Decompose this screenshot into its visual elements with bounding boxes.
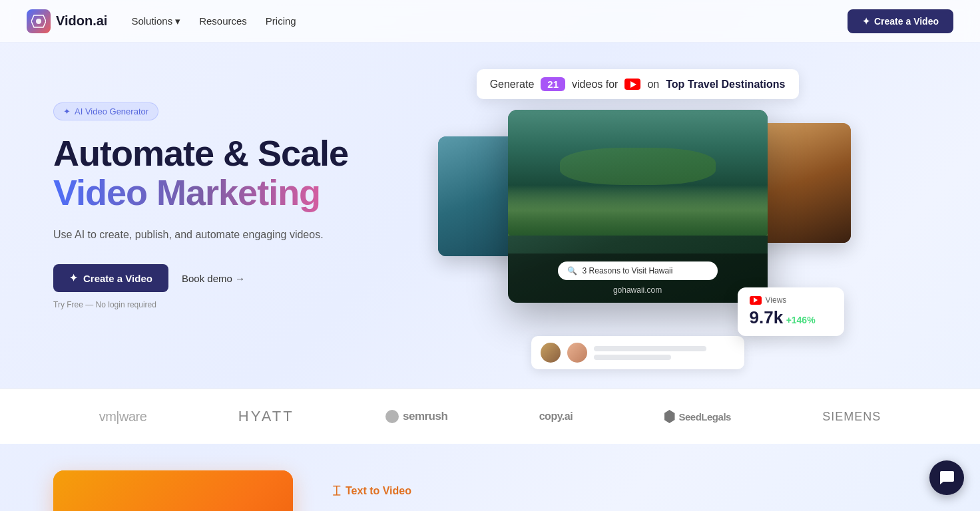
video-mockup-container: 🔍 3 Reasons to Visit Hawaii gohawaii.com [438,110,838,349]
main-video-card: 🔍 3 Reasons to Visit Hawaii gohawaii.com [508,110,768,303]
views-label: Views [766,295,787,305]
gen-topic: Top Travel Destinations [666,79,785,90]
logo-hyatt: HYATT [238,408,294,425]
semrush-text: semrush [403,410,447,423]
comments-bar [531,336,744,369]
gen-prefix: Generate [490,79,535,90]
logo-vmware: vm|ware [99,409,147,425]
logo-text: Vidon.ai [56,13,107,29]
text-to-video-label: Text to Video [346,485,411,497]
text-to-video-icon: ⌶ [333,484,340,498]
hero-right: Generate 21 videos for on Top Travel Des… [348,69,927,349]
youtube-icon [624,79,640,90]
gen-platform: on [647,79,659,90]
search-text: 3 Reasons to Visit Hawaii [583,266,673,275]
hero-title-line2: Video Marketing [53,173,348,212]
vmware-text: vm|ware [99,409,147,425]
video-search-bar: 🔍 3 Reasons to Visit Hawaii [558,261,718,280]
logo-copyai: copy.ai [539,411,573,423]
copyai-text: copy.ai [539,411,573,423]
hero-section: ✦ AI Video Generator Automate & Scale Vi… [0,43,980,389]
gen-number: 21 [541,77,565,91]
hyatt-text: HYATT [238,408,294,425]
logo-semrush: semrush [385,410,447,423]
views-youtube-icon [750,296,762,305]
hero-demo-button[interactable]: Book demo → [182,273,245,284]
views-count-row: 9.7k +146% [750,307,832,328]
bottom-left [53,470,293,511]
logo-siemens: SIEMENS [822,410,881,424]
nav-links: Solutions ▾ Resources Pricing [131,15,296,27]
video-url: gohawaii.com [519,285,757,295]
comment-line-2 [594,355,672,360]
avatar-1 [541,343,561,363]
nav-solutions[interactable]: Solutions ▾ [131,15,180,27]
views-growth: +146% [786,315,816,325]
nav-pricing[interactable]: Pricing [266,15,296,27]
hero-subtitle: Use AI to create, publish, and automate … [53,226,348,244]
hero-actions: ✦ Create a Video Book demo → [53,264,348,292]
seedlegals-icon [664,410,675,423]
views-badge: Views 9.7k +146% [738,287,844,336]
sparkle-icon: ✦ [862,16,870,27]
hero-create-video-button[interactable]: ✦ Create a Video [53,264,168,292]
sparkle-icon-cta: ✦ [69,272,78,284]
sparkle-icon-badge: ✦ [63,106,71,116]
svg-point-1 [36,19,41,24]
text-to-video-badge: ⌶ Text to Video [333,484,927,498]
views-count: 9.7k [750,307,784,327]
chat-button[interactable] [929,460,964,495]
search-icon-video: 🔍 [567,266,577,275]
video-overlay: 🔍 3 Reasons to Visit Hawaii gohawaii.com [508,254,768,303]
nav-resources[interactable]: Resources [199,15,247,27]
semrush-icon [385,410,399,423]
hero-left: ✦ AI Video Generator Automate & Scale Vi… [53,83,348,309]
navigation: Vidon.ai Solutions ▾ Resources Pricing ✦… [0,0,980,43]
views-header: Views [750,295,832,305]
logos-section: vm|ware HYATT semrush copy.ai SeedLegals… [0,389,980,444]
hero-title-line1: Automate & Scale [53,134,348,173]
chat-icon [938,469,955,486]
try-free-text: Try Free — No login required [53,300,348,309]
avatar-2 [567,343,587,363]
seedlegals-text: SeedLegals [679,411,731,423]
bottom-right: ⌶ Text to Video [333,470,927,498]
video-card-preview [53,470,293,511]
logo-icon [27,9,51,33]
chevron-down-icon: ▾ [175,15,180,27]
gen-middle: videos for [572,79,618,90]
comment-line-1 [594,346,707,351]
siemens-text: SIEMENS [822,410,881,424]
logo-seedlegals: SeedLegals [664,410,731,423]
generate-banner: Generate 21 videos for on Top Travel Des… [477,69,799,99]
ai-badge: ✦ AI Video Generator [53,102,158,120]
comment-lines [594,346,735,360]
bottom-section: ⌶ Text to Video [0,444,980,511]
nav-create-video-button[interactable]: ✦ Create a Video [848,9,953,33]
logo[interactable]: Vidon.ai [27,9,107,33]
